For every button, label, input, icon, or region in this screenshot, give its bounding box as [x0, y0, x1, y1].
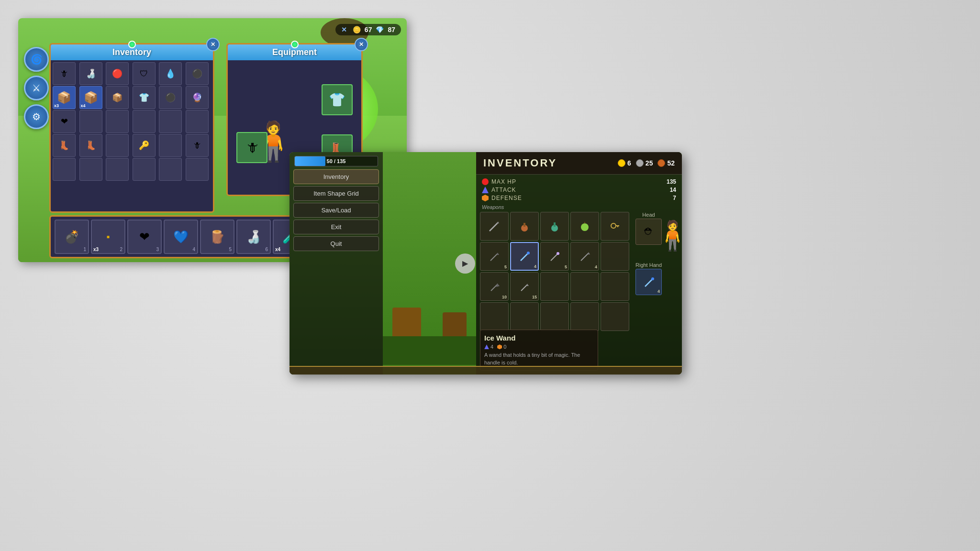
s2-menu-item-shape-grid[interactable]: Item Shape Grid: [293, 186, 379, 201]
s2-item-sec-icon: [497, 344, 502, 349]
s2-head-icon: ⛑: [644, 226, 654, 237]
s2-play-button[interactable]: ▶: [455, 253, 475, 274]
s2-weapon-slot-9[interactable]: 4: [570, 242, 599, 271]
s1-inv-close-btn[interactable]: ✕: [206, 38, 220, 51]
s2-weapon-slot-5[interactable]: [601, 212, 629, 241]
s2-rhand-label: Right Hand: [635, 262, 662, 268]
inv-slot-8[interactable]: 📦x4: [79, 86, 102, 109]
inv-slot-23[interactable]: [159, 134, 182, 157]
hotbar-slot-3[interactable]: ❤3: [127, 220, 162, 254]
inv-slot-22[interactable]: 🔑: [133, 134, 156, 157]
svg-line-21: [521, 285, 527, 291]
inv-slot-29[interactable]: [159, 158, 182, 181]
svg-line-15: [551, 253, 558, 261]
inv-slot-17[interactable]: [159, 110, 182, 133]
s2-item-sec-val: 0: [503, 344, 506, 350]
s2-menu-inventory[interactable]: Inventory: [293, 169, 379, 184]
s2-weapon-slot-8[interactable]: 5: [540, 242, 569, 271]
inv-slot-18[interactable]: [186, 110, 209, 133]
inv-slot-9[interactable]: 📦: [106, 86, 129, 109]
s2-weapon-slot-10[interactable]: [601, 242, 629, 271]
svg-point-14: [527, 252, 530, 254]
s2-weapon-slot-4[interactable]: [570, 212, 599, 241]
s2-stat-hp: MAX HP 135: [482, 178, 676, 185]
inv-slot-25[interactable]: [53, 158, 76, 181]
s2-weapon-slot-11[interactable]: 10: [480, 272, 509, 301]
s2-weapons-label: Weapons: [476, 203, 682, 212]
inv-slot-2[interactable]: 🍶: [79, 62, 102, 85]
inv-slot-15[interactable]: [106, 110, 129, 133]
s2-weapons-grid-container: 5 4 5 4: [476, 212, 633, 334]
s2-weapon-slot-20[interactable]: [601, 302, 629, 331]
s2-gold-coin-icon: [618, 159, 625, 167]
inv-slot-27[interactable]: [106, 158, 129, 181]
sidebar-sword-icon[interactable]: ⚔: [24, 76, 49, 100]
inv-slot-30[interactable]: [186, 158, 209, 181]
s2-weapon-slot-15[interactable]: [601, 272, 629, 301]
inv-slot-3[interactable]: 🔴: [106, 62, 129, 85]
inv-slot-28[interactable]: [133, 158, 156, 181]
hotbar-slot-5[interactable]: 🪵5: [200, 220, 234, 254]
s2-gold-amount: 6: [627, 159, 631, 167]
inv-slot-11[interactable]: ⚫: [159, 86, 182, 109]
hotbar-slot-4[interactable]: 💙4: [164, 220, 198, 254]
s2-item-desc-text: A wand that holds a tiny bit of magic. T…: [484, 352, 594, 366]
inv-slot-1[interactable]: 🗡: [53, 62, 76, 85]
s2-weapon-slot-3[interactable]: [540, 212, 569, 241]
s2-weapon-slot-17[interactable]: [510, 302, 539, 331]
inv-slot-5[interactable]: 💧: [159, 62, 182, 85]
flask-icon: [548, 220, 561, 232]
s2-weapon-slot-7[interactable]: 4: [510, 242, 539, 271]
s2-weapon-slot-6[interactable]: 5: [480, 242, 509, 271]
apple-icon: [579, 220, 591, 232]
inv-slot-20[interactable]: 👢: [79, 134, 102, 157]
potion-icon: [518, 220, 531, 232]
s2-hp-icon: [482, 178, 489, 185]
s2-menu-exit[interactable]: Exit: [293, 220, 379, 234]
inv-slot-24[interactable]: 🗡: [186, 134, 209, 157]
inv-slot-7[interactable]: 📦x3: [53, 86, 76, 109]
s2-menu-save-load[interactable]: Save/Load: [293, 203, 379, 218]
svg-point-8: [611, 223, 616, 228]
s1-weapon-slot[interactable]: 🗡: [236, 132, 267, 163]
s2-menu-quit[interactable]: Quit: [293, 236, 379, 251]
s2-weapon-slot-12[interactable]: 15: [510, 272, 539, 301]
inv-slot-10[interactable]: 👕: [133, 86, 156, 109]
s2-head-label: Head: [642, 212, 655, 218]
sidebar-scroll-icon[interactable]: 🌀: [24, 47, 49, 72]
s1-eq-header: Equipment ✕: [228, 44, 361, 60]
inv-slot-16[interactable]: [133, 110, 156, 133]
inv-slot-14[interactable]: [79, 110, 102, 133]
inv-slot-4[interactable]: 🛡: [133, 62, 156, 85]
s2-weapons-grid: 5 4 5 4: [476, 212, 633, 334]
hotbar-slot-2[interactable]: ▪2x3: [91, 220, 125, 254]
inv-slot-13[interactable]: ❤: [53, 110, 76, 133]
s1-eq-close-btn[interactable]: ✕: [355, 38, 368, 51]
s2-weapon-slot-16[interactable]: [480, 302, 509, 331]
inv-slot-6[interactable]: ⚫: [186, 62, 209, 85]
s2-weapon-slot-1[interactable]: [480, 212, 509, 241]
inv-slot-12[interactable]: 🔮: [186, 86, 209, 109]
sidebar-gear-icon[interactable]: ⚙: [24, 104, 49, 129]
s2-rhand-wand-icon: [643, 276, 655, 288]
s2-weapon-slot-19[interactable]: [570, 302, 599, 331]
hotbar-slot-1[interactable]: 💣1: [55, 220, 89, 254]
svg-line-23: [645, 279, 652, 287]
s2-progress-container: 50 / 135: [294, 156, 378, 166]
inv-slot-26[interactable]: [79, 158, 102, 181]
hotbar-slot-6[interactable]: 🍶6: [236, 220, 271, 254]
knife-icon: [579, 250, 591, 263]
s1-chest-slot[interactable]: 👕: [322, 84, 353, 115]
s2-def-icon: [482, 195, 489, 201]
s1-equipment-title: Equipment: [272, 47, 317, 57]
inv-slot-21[interactable]: [106, 134, 129, 157]
svg-line-0: [490, 222, 498, 231]
s2-rhand-slot[interactable]: 4: [635, 269, 662, 295]
s2-bronze: 52: [657, 159, 675, 167]
s2-weapon-slot-18[interactable]: [540, 302, 569, 331]
inv-slot-19[interactable]: 👢: [53, 134, 76, 157]
s2-weapon-slot-13[interactable]: [540, 272, 569, 301]
s1-close-x[interactable]: ✕: [341, 26, 347, 33]
s2-weapon-slot-2[interactable]: [510, 212, 539, 241]
s2-weapon-slot-14[interactable]: [570, 272, 599, 301]
